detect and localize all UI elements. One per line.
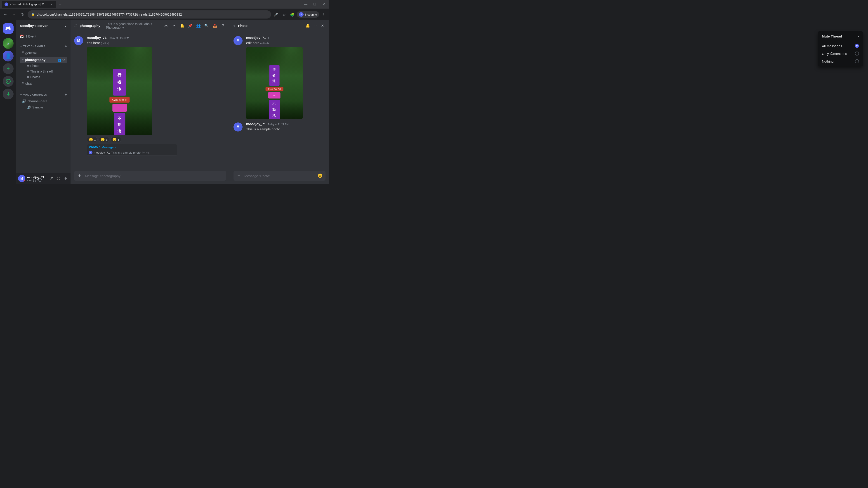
- header-divider: [103, 24, 103, 28]
- status-dot: [24, 180, 25, 182]
- thread-message-count: 1 Message: [99, 145, 114, 149]
- chat-input-placeholder[interactable]: Message #photography: [85, 174, 224, 178]
- profile-badge[interactable]: I Incognito: [297, 11, 319, 18]
- thread-msg-avatar-1: M: [234, 36, 243, 45]
- thread-sign-top: 行者滝: [269, 65, 279, 86]
- browser-tab-discord[interactable]: D • Discord | #photography | Moo... ✕: [2, 1, 56, 8]
- channel-sidebar: Moodjoy's server ∨ 📅 1 Event ▼ TEXT CHAN…: [16, 20, 70, 184]
- add-channel-button[interactable]: +: [65, 44, 67, 48]
- members-icon[interactable]: 👥: [57, 58, 61, 62]
- mic-toolbar-button[interactable]: 🎤: [272, 11, 280, 18]
- server-icon-2[interactable]: 👤: [3, 51, 13, 61]
- thread-notification-button[interactable]: 🔔: [305, 23, 311, 29]
- thread-preview[interactable]: Photo 1 Message › m moodjoy_71 This is a…: [87, 144, 177, 156]
- profile-label: Incognito: [305, 13, 317, 16]
- thread-sign-post: 行者滝 Gyoja Taki Fall ← 不動滝まで Fudo Taki Fa…: [266, 65, 283, 119]
- reaction-3[interactable]: 😊 1: [110, 137, 121, 142]
- server-icon-1[interactable]: 🏔️: [3, 38, 13, 49]
- thread-preview-container: Photo 1 Message › m moodjoy_71 This is a…: [87, 144, 226, 156]
- thread-panel-header: # Photo 🔔 ··· ✕: [230, 20, 329, 31]
- members-list-button[interactable]: 👥: [195, 23, 202, 29]
- thread-dot-2: [27, 70, 29, 72]
- new-tab-button[interactable]: +: [57, 1, 63, 7]
- forest-scene: 行者滝 Gyoja Taki Fall ← 不動滝まで Fudo Taki Fa…: [87, 47, 152, 135]
- server-header[interactable]: Moodjoy's server ∨: [16, 20, 70, 31]
- close-window-button[interactable]: ✕: [320, 1, 327, 8]
- settings-channel-icon[interactable]: ⚙: [62, 58, 65, 62]
- speaker-sub-icon: 🔊: [27, 105, 31, 109]
- maximize-button[interactable]: □: [311, 1, 318, 8]
- edited-label: (edited): [101, 42, 109, 44]
- message-content: moodjoy_71 Today at 11:24 PM edit here(e…: [87, 36, 226, 156]
- user-info: moodjoy_71 moodjoy71_0...: [27, 175, 46, 182]
- browser-chrome: D • Discord | #photography | Moo... ✕ + …: [0, 0, 329, 20]
- thread-name-2: This is a thread!: [30, 70, 53, 73]
- reaction-count-2: 1: [106, 138, 107, 141]
- close-thread-button[interactable]: ✕: [319, 23, 326, 29]
- star-toolbar-button[interactable]: ☆: [281, 11, 288, 18]
- thread-msg-avatar-2: M: [234, 123, 243, 131]
- chat-header-icons: ✂ 🔔 📌 👥 🔍 📥 ?: [171, 23, 226, 29]
- minimize-button[interactable]: —: [302, 1, 309, 8]
- channel-general[interactable]: # general: [20, 50, 67, 57]
- server-sidebar: 🏔️ 👤 + ⬇: [0, 20, 16, 184]
- thread-preview-inner: Photo 1 Message › m moodjoy_71 This is a…: [89, 145, 175, 154]
- search-chat-button[interactable]: 🔍: [204, 23, 210, 29]
- deafen-button[interactable]: 🎧: [55, 175, 61, 182]
- voice-channel-name: channel-here: [28, 99, 48, 103]
- channel-chat[interactable]: # chat: [20, 80, 67, 87]
- thread-msg-content-2: moodjoy_71 Today at 11:24 PM This is a s…: [246, 122, 326, 131]
- pin-button[interactable]: 📌: [187, 23, 193, 29]
- notification-button[interactable]: 🔔: [179, 23, 185, 29]
- thread-photos[interactable]: Photos: [20, 74, 67, 80]
- thread-photo[interactable]: Photo: [20, 63, 67, 68]
- help-button[interactable]: ?: [220, 23, 226, 29]
- text-channels-header[interactable]: ▼ TEXT CHANNELS +: [18, 43, 69, 49]
- mute-button[interactable]: 🎤: [48, 175, 54, 182]
- forward-button[interactable]: →: [10, 11, 18, 18]
- thread-preview-title-row: Photo 1 Message ›: [89, 145, 175, 149]
- thread-msg-text-1: edit here(edited): [246, 40, 326, 45]
- emoji-button[interactable]: 😊: [316, 172, 324, 180]
- inbox-button[interactable]: 📥: [212, 23, 218, 29]
- chat-input-area: + Message #photography: [70, 167, 230, 184]
- thread-list-button[interactable]: ✂: [171, 23, 177, 29]
- hash-icon-photography: #: [22, 58, 24, 62]
- discord-home-button[interactable]: [3, 23, 13, 34]
- thread-preview-username: moodjoy_71: [94, 151, 110, 154]
- message-author: moodjoy_71: [87, 36, 107, 39]
- user-avatar: M: [18, 175, 25, 182]
- channel-hash-header: #: [74, 23, 77, 29]
- reaction-2[interactable]: 😔 1: [98, 137, 110, 142]
- event-item[interactable]: 📅 1 Event: [18, 33, 69, 39]
- attach-button[interactable]: +: [76, 172, 83, 180]
- hash-icon-chat: #: [22, 81, 24, 86]
- more-chrome-button[interactable]: ⋮: [320, 11, 327, 18]
- address-bar[interactable]: 🔒 discord.com/channels/11823468517819843…: [28, 10, 271, 19]
- discord-favicon: D: [4, 2, 8, 6]
- channel-photography[interactable]: # photography 👥 ⚙: [20, 57, 67, 63]
- user-panel: M moodjoy_71 moodjoy71_0... 🎤 🎧 ⚙: [16, 173, 70, 184]
- thread-input-placeholder[interactable]: Message "Photo": [244, 174, 315, 178]
- thread-panel: # Photo 🔔 ··· ✕ M moodjoy_71 T: [230, 20, 329, 184]
- reaction-1[interactable]: 😊 1: [87, 137, 98, 142]
- voice-channels-header[interactable]: ▼ VOICE CHANNELS +: [18, 92, 69, 98]
- voice-sub-sample[interactable]: 🔊 Sample: [20, 105, 67, 110]
- voice-channel-here[interactable]: 🔊 channel-here: [20, 98, 67, 104]
- refresh-button[interactable]: ↻: [19, 11, 26, 18]
- user-settings-button[interactable]: ⚙: [62, 175, 69, 182]
- extensions-button[interactable]: 🧩: [289, 11, 296, 18]
- discover-button[interactable]: [3, 76, 13, 87]
- thread-header-icons: 🔔 ··· ✕: [305, 23, 326, 29]
- add-server-button[interactable]: +: [3, 63, 13, 74]
- back-button[interactable]: ←: [2, 11, 9, 18]
- discord-app: 🏔️ 👤 + ⬇ Moodjoy's server ∨ 📅 1 Event: [0, 20, 329, 184]
- download-server-button[interactable]: ⬇: [3, 89, 13, 99]
- thread-more-button[interactable]: ···: [312, 23, 318, 29]
- thread-sample[interactable]: This is a thread!: [20, 69, 67, 74]
- speaker-icon: 🔊: [22, 99, 26, 103]
- thread-attach-button[interactable]: +: [235, 172, 243, 180]
- voice-channels-category: ▼ VOICE CHANNELS + 🔊 channel-here 🔊 Samp…: [16, 88, 70, 111]
- tab-close-button[interactable]: ✕: [50, 2, 53, 6]
- add-voice-button[interactable]: +: [65, 93, 67, 97]
